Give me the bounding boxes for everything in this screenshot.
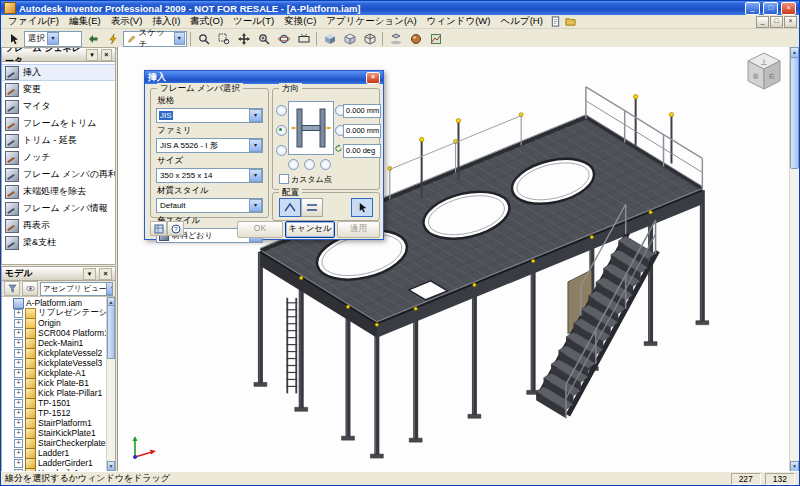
panel-chevron-icon[interactable]: ▾ xyxy=(86,49,97,61)
view-cube[interactable]: 上 前 右 xyxy=(744,51,784,95)
new-document-icon[interactable] xyxy=(549,16,562,27)
zoom-icon[interactable] xyxy=(254,30,273,48)
expand-icon[interactable]: + xyxy=(14,409,23,418)
tree-item[interactable]: +KickplateVessel3 xyxy=(2,358,115,368)
return-icon[interactable] xyxy=(83,30,102,48)
frame-tool-trim[interactable]: フレームをトリム xyxy=(2,115,115,132)
chevron-down-icon[interactable]: ▾ xyxy=(249,139,262,152)
expand-icon[interactable]: + xyxy=(14,459,23,468)
orientation-radio[interactable] xyxy=(276,105,287,116)
frame-tool-notch[interactable]: ノッチ xyxy=(2,149,115,166)
analysis-icon[interactable] xyxy=(426,30,445,48)
expand-icon[interactable]: + xyxy=(14,419,23,428)
scroll-thumb[interactable] xyxy=(107,305,115,359)
title-bar[interactable]: Autodesk Inventor Professional 2009 - NO… xyxy=(1,1,799,15)
wireframe-display-icon[interactable] xyxy=(360,30,379,48)
frame-tool-remove-endtreatment[interactable]: 末端処理を除去 xyxy=(2,183,115,200)
menu-applications[interactable]: アプリケーション(A) xyxy=(321,15,421,28)
angle-field[interactable]: 0.00 deg xyxy=(343,144,381,158)
browser-filter-icon[interactable] xyxy=(4,281,20,296)
vertical-scrollbar[interactable]: ▲ ▼ xyxy=(789,47,799,472)
ok-button[interactable]: OK xyxy=(237,221,283,238)
chevron-down-icon[interactable]: ▾ xyxy=(249,109,262,122)
look-at-icon[interactable] xyxy=(294,30,313,48)
doc-minimize-button[interactable]: _ xyxy=(756,16,769,28)
insert-frame-dialog[interactable]: 挿入 × フレーム メンバ選択 規格 JIS ▾ ファミリ JIS A 5526… xyxy=(144,70,384,240)
scroll-thumb[interactable] xyxy=(790,57,799,169)
expand-icon[interactable]: + xyxy=(14,449,23,458)
doc-close-button[interactable]: × xyxy=(784,16,797,28)
chevron-down-icon[interactable]: ▾ xyxy=(174,32,185,45)
menu-window[interactable]: ウィンドウ(W) xyxy=(422,15,496,28)
tree-item[interactable]: +StairPlatform1 xyxy=(2,418,115,428)
tree-item[interactable]: +StairKickPlate1 xyxy=(2,428,115,438)
expand-icon[interactable]: + xyxy=(14,399,23,408)
menu-convert[interactable]: 変換(C) xyxy=(279,15,321,28)
expand-icon[interactable]: + xyxy=(14,439,23,448)
tree-item[interactable]: +LadderGirder1 xyxy=(2,458,115,468)
tree-scrollbar[interactable]: ▲ ▼ xyxy=(106,297,115,471)
placement-mode-2-button[interactable] xyxy=(301,198,323,217)
vertical-offset-field[interactable]: 0.000 mm xyxy=(343,124,381,138)
material-style-combo[interactable]: Default ▾ xyxy=(156,198,263,213)
frame-tool-member-info[interactable]: フレーム メンバ情報 xyxy=(2,200,115,217)
panel-close-icon[interactable]: × xyxy=(101,49,112,61)
frame-generator-header[interactable]: フレーム ジェネレータ ▾ × xyxy=(2,48,115,62)
frame-tool-beam-column[interactable]: 梁&支柱 xyxy=(2,234,115,251)
panel-chevron-icon[interactable]: ▾ xyxy=(83,268,96,280)
horizontal-offset-field[interactable]: 0.000 mm xyxy=(343,104,381,118)
standard-combo[interactable]: JIS ▾ xyxy=(156,108,263,123)
select-arrow-button[interactable] xyxy=(351,198,373,217)
expand-icon[interactable]: + xyxy=(14,389,23,398)
menu-format[interactable]: 書式(O) xyxy=(185,15,228,28)
select-cursor-icon[interactable] xyxy=(4,30,23,48)
doc-restore-button[interactable]: □ xyxy=(770,16,783,28)
chevron-down-icon[interactable]: ▾ xyxy=(249,169,262,182)
tree-item[interactable]: +Kick Plate-B1 xyxy=(2,378,115,388)
menu-help[interactable]: ヘルプ(H) xyxy=(496,15,548,28)
pan-icon[interactable] xyxy=(234,30,253,48)
frame-tool-change[interactable]: 変更 xyxy=(2,81,115,98)
minimize-button[interactable]: _ xyxy=(745,2,760,15)
close-button[interactable]: × xyxy=(781,2,796,15)
tree-item[interactable]: +SCR004 Platform1 xyxy=(2,328,115,338)
expand-icon[interactable]: + xyxy=(14,379,23,388)
apply-button[interactable]: 適用 xyxy=(337,221,380,238)
tree-item[interactable]: +リプレゼンテーション xyxy=(2,308,115,318)
expand-icon[interactable]: + xyxy=(14,429,23,438)
panel-close-icon[interactable]: × xyxy=(99,268,112,280)
frame-tool-miter[interactable]: マイタ xyxy=(2,98,115,115)
hidden-edge-display-icon[interactable] xyxy=(340,30,359,48)
tree-item[interactable]: +KickplateVessel2 xyxy=(2,348,115,358)
sketch-dropdown[interactable]: スケッチ ▾ xyxy=(123,31,187,47)
expand-icon[interactable]: + xyxy=(14,329,23,338)
frame-tool-trim-extend[interactable]: トリム - 延長 xyxy=(2,132,115,149)
menu-edit[interactable]: 編集(E) xyxy=(64,15,106,28)
frame-tool-refresh[interactable]: 再表示 xyxy=(2,217,115,234)
ground-shadow-icon[interactable] xyxy=(386,30,405,48)
orbit-icon[interactable] xyxy=(274,30,293,48)
preferences-icon[interactable] xyxy=(150,221,167,236)
tree-item[interactable]: +Origin xyxy=(2,318,115,328)
expand-icon[interactable]: + xyxy=(14,359,23,368)
tree-item[interactable]: +TP-1512 xyxy=(2,408,115,418)
orientation-radio-selected[interactable] xyxy=(276,125,287,136)
orientation-radio[interactable] xyxy=(288,159,299,170)
model-browser-header[interactable]: モデル ▾ × xyxy=(2,267,115,281)
tree-item[interactable]: +Ladder1 xyxy=(2,448,115,458)
shaded-display-icon[interactable] xyxy=(320,30,339,48)
orientation-radio[interactable] xyxy=(304,159,315,170)
size-combo[interactable]: 350 x 255 x 14 ▾ xyxy=(156,168,263,183)
tree-item[interactable]: +StairCheckerplate1 xyxy=(2,438,115,448)
open-folder-icon[interactable] xyxy=(564,16,577,27)
expand-icon[interactable]: + xyxy=(14,349,23,358)
family-combo[interactable]: JIS A 5526 - I 形 ▾ xyxy=(156,138,263,153)
menu-tools[interactable]: ツール(T) xyxy=(228,15,279,28)
help-icon[interactable]: ? xyxy=(167,221,184,236)
expand-icon[interactable]: + xyxy=(14,309,23,318)
orientation-radio[interactable] xyxy=(276,145,287,156)
chevron-down-icon[interactable]: ▾ xyxy=(106,282,113,295)
expand-icon[interactable]: + xyxy=(14,339,23,348)
update-lightning-icon[interactable] xyxy=(103,30,122,48)
scroll-down-icon[interactable]: ▼ xyxy=(107,461,115,471)
